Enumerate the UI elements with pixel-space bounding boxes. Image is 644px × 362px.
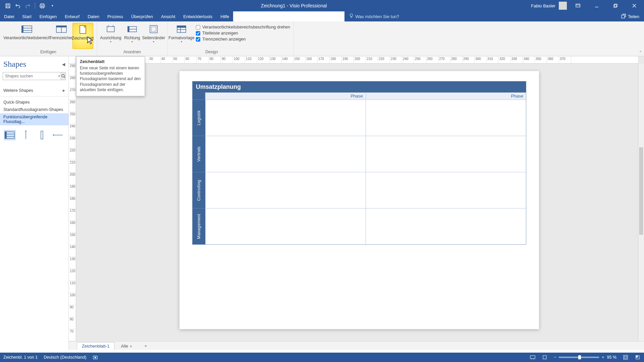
svg-line-33 — [64, 77, 65, 78]
tab-file[interactable]: Datei — [0, 11, 18, 21]
print-icon[interactable] — [38, 1, 47, 10]
rotate-label-checkbox[interactable]: Verantwortlichkeitsbereichsbeschriftung … — [196, 25, 290, 29]
svg-rect-4 — [40, 5, 45, 7]
svg-point-44 — [95, 357, 96, 358]
scroll-thumb-v[interactable] — [639, 147, 643, 235]
qat-customize-icon[interactable]: ▾ — [48, 1, 57, 10]
canvas[interactable]: -30-20-100102030405060708090100110120130… — [69, 56, 644, 350]
shapes-collapse-icon[interactable]: ◀ — [62, 62, 65, 67]
lane-cell[interactable] — [205, 100, 366, 136]
avatar[interactable] — [559, 2, 567, 10]
page-label: Zeichenblatt — [72, 36, 94, 41]
more-shapes-item[interactable]: Weitere Shapes▶ — [0, 87, 68, 94]
tab-devtools[interactable]: Entwicklertools — [179, 11, 217, 21]
redo-icon[interactable] — [23, 1, 32, 10]
svg-rect-27 — [151, 27, 156, 32]
zoom-in-icon[interactable]: + — [602, 355, 604, 360]
pan-zoom-icon[interactable] — [635, 354, 641, 360]
tab-review[interactable]: Überprüfen — [127, 11, 157, 21]
search-icon[interactable] — [61, 72, 66, 80]
svg-rect-40 — [41, 131, 43, 139]
swimlane-button[interactable]: Verantwortlichkeitsbereich — [3, 23, 50, 49]
margins-button[interactable]: Seitenränder▾ — [143, 23, 164, 49]
svg-point-32 — [62, 74, 64, 77]
zoom-out-icon[interactable]: − — [554, 355, 556, 360]
svg-rect-2 — [6, 6, 9, 8]
page-tab-1[interactable]: Zeichenblatt-1 — [77, 342, 114, 350]
close-icon[interactable] — [627, 0, 642, 11]
zoom-level[interactable]: 95 % — [607, 355, 617, 360]
lane-cell[interactable] — [366, 100, 526, 136]
style-label: Formatvorlage — [168, 36, 194, 40]
page-count[interactable]: Zeichenbl. 1 von 1 — [3, 355, 38, 360]
lane-cell[interactable] — [366, 172, 526, 208]
tab-help[interactable]: Hilfe — [216, 11, 233, 21]
page-button[interactable]: Zeichenblatt — [72, 23, 93, 49]
add-page-icon[interactable]: ＋ — [139, 342, 148, 350]
lane-cell[interactable] — [366, 208, 526, 244]
cff-title[interactable]: Umsatzplanung — [193, 81, 526, 93]
lane-cell[interactable] — [205, 172, 366, 208]
standard-flowchart-item[interactable]: Standardflussdiagramm-Shapes — [0, 106, 68, 113]
crossfunctional-stencil-item[interactable]: Funktionsübergreifende Flussdiag... — [0, 113, 68, 125]
vertical-scrollbar[interactable] — [638, 64, 644, 343]
page-tab-all[interactable]: Alle ▲ — [116, 342, 138, 350]
tell-me[interactable]: Was möchten Sie tun? — [344, 11, 404, 21]
minimize-icon[interactable] — [589, 0, 604, 11]
show-title-checkbox[interactable]: Titelleiste anzeigen — [196, 31, 290, 36]
tab-view[interactable]: Ansicht — [157, 11, 179, 21]
direction-button[interactable]: Richtung▾ — [122, 23, 143, 49]
crossfunctional-container[interactable]: Umsatzplanung Phase Phase Logistik Vertr… — [192, 81, 526, 245]
drawing-page[interactable]: Umsatzplanung Phase Phase Logistik Vertr… — [179, 71, 539, 329]
phase-header-2[interactable]: Phase — [366, 93, 526, 100]
svg-rect-8 — [614, 5, 616, 7]
lane-header[interactable]: Logistik — [193, 100, 205, 136]
presentation-mode-icon[interactable] — [530, 354, 536, 360]
share-button[interactable]: Teilen — [616, 11, 644, 21]
lane-cell[interactable] — [205, 136, 366, 172]
shape-search-input[interactable] — [3, 72, 57, 80]
undo-icon[interactable] — [13, 1, 22, 10]
svg-rect-37 — [5, 132, 6, 138]
page-width-icon[interactable] — [542, 354, 548, 360]
quick-shapes-item[interactable]: Quick-Shapes — [0, 99, 68, 106]
tab-insert[interactable]: Einfügen — [36, 11, 61, 21]
direction-label: Richtung — [124, 36, 140, 40]
lane-cell[interactable] — [366, 136, 526, 172]
group-label-design: Design — [201, 49, 222, 56]
search-dropdown-icon[interactable]: ▾ — [57, 72, 61, 80]
collapse-ribbon-icon[interactable]: ⌃ — [639, 50, 642, 55]
maximize-icon[interactable] — [608, 0, 623, 11]
separator-button[interactable]: Trennzeichen — [51, 23, 72, 49]
tab-start[interactable]: Start — [18, 11, 35, 21]
user-name[interactable]: Fabio Basler — [531, 3, 555, 8]
svg-rect-9 — [614, 4, 617, 7]
menu-bar: Datei Start Einfügen Entwurf Daten Proze… — [0, 11, 644, 21]
separator-vertical-shape-icon[interactable] — [20, 130, 32, 140]
lane-header[interactable]: Management — [193, 208, 205, 244]
language[interactable]: Deutsch (Deutschland) — [44, 355, 86, 360]
lane-header[interactable]: Vertrieb — [193, 136, 205, 172]
svg-rect-29 — [177, 26, 186, 27]
tab-process[interactable]: Prozess — [103, 11, 127, 21]
tab-crossfunctional[interactable]: FUNKTIONSÜBERGREIFENDES FLUSSDIAGRAMM — [233, 11, 344, 21]
lane-cell[interactable] — [205, 208, 366, 244]
separator-horizontal-shape-icon[interactable] — [52, 130, 64, 140]
ribbon-display-options-icon[interactable] — [570, 0, 586, 11]
fit-page-icon[interactable] — [623, 354, 629, 360]
save-icon[interactable] — [3, 1, 12, 10]
svg-rect-25 — [128, 26, 129, 32]
orientation-button[interactable]: Ausrichtung▾ — [100, 23, 121, 49]
separator-vertical2-shape-icon[interactable] — [36, 130, 48, 140]
style-button[interactable]: Formatvorlage▾ — [171, 23, 192, 49]
zoom-slider[interactable] — [559, 357, 599, 358]
swimlane-shape-icon[interactable] — [4, 130, 15, 140]
chevron-right-icon: ▶ — [63, 89, 65, 92]
phase-header-1[interactable]: Phase — [205, 93, 366, 100]
macro-record-icon[interactable] — [92, 354, 98, 360]
show-separators-checkbox[interactable]: Trennzeichen anzeigen — [196, 37, 290, 42]
shape-search: ▾ — [3, 72, 66, 80]
lane-header[interactable]: Controlling — [193, 172, 205, 208]
tab-design[interactable]: Entwurf — [61, 11, 84, 21]
tab-data[interactable]: Daten — [84, 11, 103, 21]
